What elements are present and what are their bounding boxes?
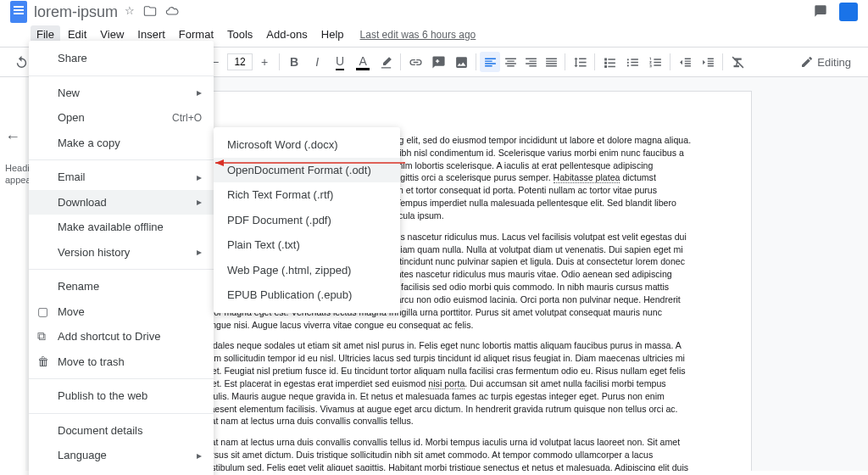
menu-doc-details[interactable]: Document details [29, 418, 214, 444]
bold-button[interactable]: B [283, 51, 305, 73]
download-docx[interactable]: Microsoft Word (.docx) [214, 132, 400, 158]
insert-link-button[interactable] [404, 51, 426, 73]
menu-share[interactable]: Share [29, 46, 214, 71]
download-html[interactable]: Web Page (.html, zipped) [214, 258, 400, 283]
editing-mode-button[interactable]: Editing [793, 52, 858, 72]
text-color-button[interactable]: A [352, 51, 374, 73]
fontsize-input[interactable] [227, 53, 253, 70]
paragraph[interactable]: Erat nam at lectus urna duis convallis c… [202, 436, 692, 471]
download-epub[interactable]: EPUB Publication (.epub) [214, 282, 400, 308]
align-center-button[interactable] [500, 52, 520, 72]
menu-move-trash[interactable]: Move to trash [29, 349, 214, 375]
checklist-button[interactable] [598, 51, 620, 73]
menu-make-offline[interactable]: Make available offline [29, 215, 214, 240]
title-actions: ☆ [125, 4, 179, 20]
download-submenu-panel: Microsoft Word (.docx) OpenDocument Form… [214, 127, 400, 313]
menu-addons[interactable]: Add-ons [260, 25, 313, 43]
indent-inc-button[interactable] [697, 51, 719, 73]
file-menu-panel: Share New▸ OpenCtrl+O Make a copy Email▸… [29, 41, 214, 471]
underline-button[interactable]: U [329, 51, 351, 73]
last-edit-link[interactable]: Last edit was 6 hours ago [360, 29, 476, 41]
menu-version-history[interactable]: Version history▸ [29, 240, 214, 265]
menu-tools[interactable]: Tools [221, 25, 259, 43]
menu-download[interactable]: Download▸ [29, 190, 214, 215]
menu-help[interactable]: Help [315, 25, 350, 43]
comments-icon[interactable] [814, 4, 827, 20]
header-right [814, 3, 858, 21]
download-pdf[interactable]: PDF Document (.pdf) [214, 208, 400, 233]
menu-make-copy[interactable]: Make a copy [29, 131, 214, 156]
align-right-button[interactable] [520, 52, 541, 72]
line-spacing-button[interactable] [569, 51, 591, 73]
bulleted-list-button[interactable] [621, 51, 643, 73]
menu-language[interactable]: Language▸ [29, 443, 214, 468]
menu-add-shortcut[interactable]: Add shortcut to Drive [29, 324, 214, 349]
highlight-button[interactable] [375, 51, 397, 73]
menu-page-setup[interactable]: Page setup [29, 468, 214, 472]
download-txt[interactable]: Plain Text (.txt) [214, 232, 400, 258]
download-odt[interactable]: OpenDocument Format (.odt) [214, 158, 400, 183]
clear-formatting-button[interactable] [726, 51, 748, 73]
numbered-list-button[interactable] [644, 51, 666, 73]
fontsize-inc[interactable]: + [253, 51, 275, 73]
cloud-status-icon[interactable] [165, 4, 179, 20]
outline-collapse-icon[interactable]: ← [0, 128, 25, 146]
docs-logo-icon[interactable] [10, 1, 27, 23]
menu-move[interactable]: Move [29, 299, 214, 325]
menu-email[interactable]: Email▸ [29, 165, 214, 190]
doc-header: lorem-ipsum ☆ [0, 0, 868, 24]
indent-dec-button[interactable] [674, 51, 696, 73]
left-rail: ← [0, 77, 25, 471]
download-rtf[interactable]: Rich Text Format (.rtf) [214, 182, 400, 208]
menu-open[interactable]: OpenCtrl+O [29, 105, 214, 131]
document-title[interactable]: lorem-ipsum [34, 3, 118, 21]
menu-publish[interactable]: Publish to the web [29, 383, 214, 409]
italic-button[interactable]: I [306, 51, 328, 73]
insert-image-button[interactable] [450, 51, 472, 73]
align-left-button[interactable] [480, 52, 500, 72]
paragraph[interactable]: Sodales neque sodales ut etiam sit amet … [202, 339, 692, 428]
add-comment-button[interactable] [427, 51, 449, 73]
star-icon[interactable]: ☆ [125, 4, 135, 20]
menu-new[interactable]: New▸ [29, 81, 214, 106]
move-folder-icon[interactable] [143, 4, 157, 20]
menu-rename[interactable]: Rename [29, 274, 214, 299]
share-button[interactable] [839, 3, 858, 21]
align-justify-button[interactable] [541, 52, 561, 72]
